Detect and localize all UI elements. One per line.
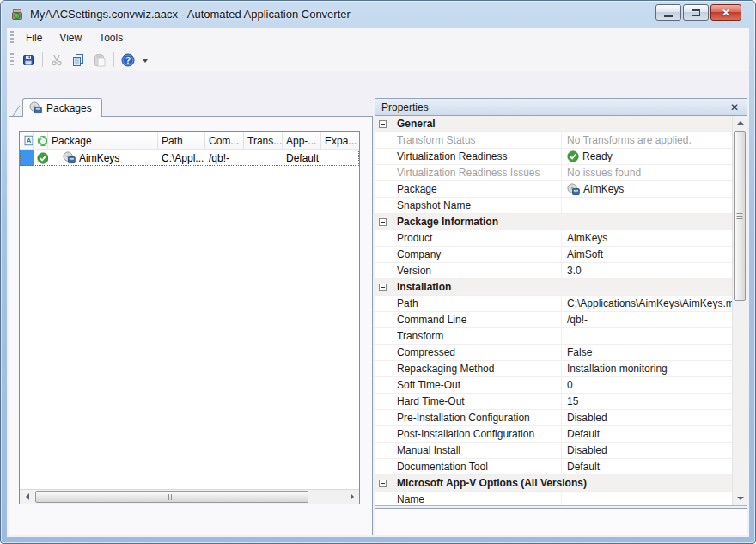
property-row[interactable]: ProductAimKeys [375,230,732,247]
properties-close-button[interactable]: ✕ [729,102,741,113]
column-header-expa[interactable]: Expa... [321,132,359,149]
property-value[interactable]: Default [561,426,732,442]
cell-text: Default [286,152,319,164]
property-value[interactable]: AimKeys [561,230,732,246]
scroll-up-button[interactable] [733,116,747,130]
maximize-button[interactable] [683,4,709,21]
property-row[interactable]: Documentation ToolDefault [375,459,732,475]
property-value[interactable]: No issues found [561,165,732,180]
property-row[interactable]: PackageAimKeys [375,181,732,198]
copy-button[interactable] [68,51,88,70]
property-value[interactable]: /qb!- [561,312,732,327]
property-value[interactable]: AimKeys [561,181,732,197]
property-label: Installation [390,279,732,295]
package-cell-1[interactable] [34,150,48,166]
scroll-down-button[interactable] [733,492,747,505]
package-cell-5[interactable] [244,150,283,166]
property-value-text: 0 [567,379,573,391]
property-value[interactable]: Disabled [561,410,732,425]
horizontal-scrollbar-thumb[interactable] [35,491,308,503]
collapse-icon[interactable] [379,480,387,487]
property-value[interactable]: Ready [561,149,732,164]
package-cell-6[interactable]: Default [283,150,321,166]
property-section-row[interactable]: Microsoft App-V Options (All Versions) [375,475,732,492]
package-row[interactable]: AimKeysC:\Appl.../qb!-Default [20,150,359,166]
property-value[interactable]: Default [561,459,732,474]
column-header-path[interactable]: Path [158,132,205,149]
toolbar: ? [7,48,749,71]
property-value[interactable]: 15 [561,394,732,409]
cut-button[interactable] [46,51,67,70]
scroll-left-button[interactable] [20,490,34,504]
vertical-scrollbar[interactable] [732,116,747,505]
property-row[interactable]: Version3.0 [375,263,732,279]
property-value[interactable] [561,492,732,505]
collapse-icon[interactable] [379,284,387,291]
property-row[interactable]: Snapshot Name [375,198,732,214]
collapse-icon[interactable] [379,218,387,226]
collapse-icon[interactable] [379,120,387,128]
property-value[interactable] [561,328,732,344]
column-header-icon1[interactable] [34,132,48,149]
package-cell-0[interactable] [20,150,34,166]
property-row[interactable]: Command Line/qb!- [375,312,732,328]
property-value[interactable]: False [561,345,732,360]
property-row[interactable]: Hard Time-Out15 [375,394,732,410]
property-value[interactable]: Disabled [561,443,732,458]
packages-panel: Packages APackagePathCom...Trans...App-.… [9,98,373,535]
column-header-app[interactable]: App-... [283,132,321,149]
package-cell-2[interactable]: AimKeys [48,150,158,166]
property-row[interactable]: PathC:\Applications\AimKeys\AimKeys.msi [375,296,732,312]
menu-file[interactable]: File [17,29,51,46]
property-value[interactable]: Installation monitoring [561,361,732,376]
package-cell-7[interactable] [321,150,359,166]
horizontal-scrollbar[interactable] [20,489,359,504]
property-row[interactable]: Post-Installation ConfigurationDefault [375,426,732,443]
property-row[interactable]: Virtualization ReadinessReady [375,149,732,165]
menu-view[interactable]: View [51,29,90,46]
close-button[interactable]: ✕ [710,4,741,21]
arrow-down-icon [737,497,744,500]
minimize-button[interactable] [655,4,681,21]
screen: MyAACSettings.convwiz.aacx - Automated A… [0,0,756,544]
property-row[interactable]: Transform [375,328,732,345]
tab-strip: Packages [9,98,373,117]
property-section-row[interactable]: General [375,116,732,132]
save-button[interactable] [18,51,39,70]
column-header-trans[interactable]: Trans... [244,132,283,149]
package-cell-3[interactable]: C:\Appl... [158,150,205,166]
scroll-right-button[interactable] [344,490,359,504]
package-cell-4[interactable]: /qb!- [205,150,244,166]
property-label: Company [390,247,561,262]
toolbar-grip-handle[interactable] [10,53,14,67]
property-row[interactable]: Repackaging MethodInstallation monitorin… [375,361,732,377]
property-row[interactable]: Transform StatusNo Transforms are applie… [375,132,732,149]
column-header-com[interactable]: Com... [205,132,244,149]
property-value[interactable]: AimSoft [561,247,732,262]
property-value[interactable]: 3.0 [561,263,732,278]
property-row[interactable]: Pre-Installation ConfigurationDisabled [375,410,732,426]
row-gutter [375,116,390,131]
help-button[interactable]: ? [118,51,138,70]
property-value[interactable] [561,198,732,213]
menu-tools[interactable]: Tools [90,29,131,46]
property-value[interactable]: No Transforms are applied. [561,132,732,148]
property-value[interactable]: 0 [561,377,732,393]
property-row[interactable]: Virtualization Readiness IssuesNo issues… [375,165,732,181]
row-gutter [375,263,390,278]
column-header-icon0[interactable]: A [20,132,34,149]
property-row[interactable]: CompressedFalse [375,345,732,361]
property-row[interactable]: Manual InstallDisabled [375,443,732,459]
paste-button[interactable] [89,51,110,70]
property-row[interactable]: CompanyAimSoft [375,247,732,263]
menubar-grip-handle[interactable] [10,31,14,45]
property-row[interactable]: Soft Time-Out0 [375,377,732,394]
toolbar-overflow-button[interactable] [139,51,150,70]
property-section-row[interactable]: Installation [375,279,732,296]
property-section-row[interactable]: Package Information [375,214,732,230]
tab-packages[interactable]: Packages [22,98,102,117]
property-row[interactable]: Name [375,492,732,505]
vertical-scrollbar-thumb[interactable] [734,131,746,301]
property-value[interactable]: C:\Applications\AimKeys\AimKeys.msi [561,296,732,311]
column-header-package[interactable]: Package [48,132,158,149]
